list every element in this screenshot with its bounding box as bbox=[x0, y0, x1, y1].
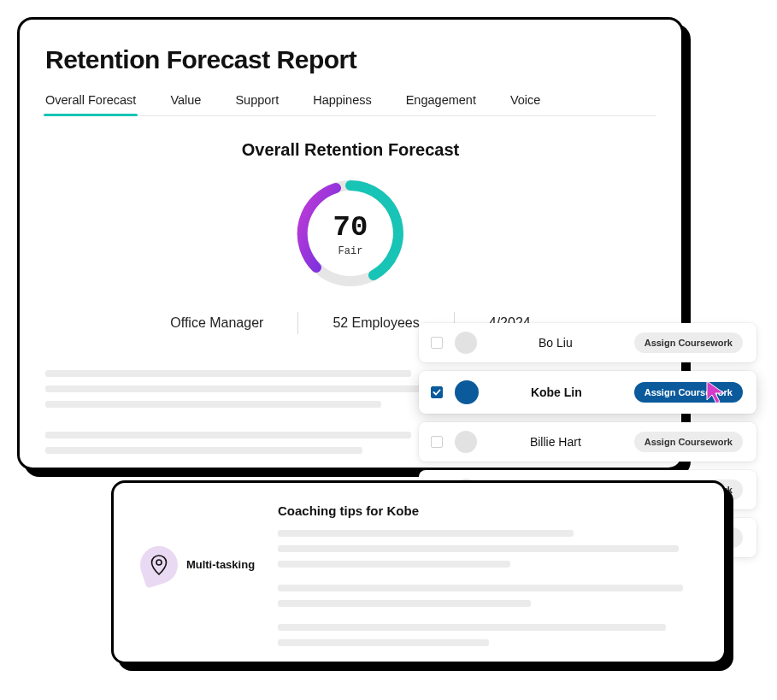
tab-overall-forecast[interactable]: Overall Forecast bbox=[45, 93, 136, 115]
employee-name: Bo Liu bbox=[489, 336, 622, 350]
employee-row[interactable]: Billie Hart Assign Coursework bbox=[419, 422, 756, 462]
coaching-content: Coaching tips for Kobe bbox=[278, 503, 700, 644]
assign-coursework-button[interactable]: Assign Coursework bbox=[634, 432, 743, 452]
tabs: Overall Forecast Value Support Happiness… bbox=[45, 93, 656, 116]
svg-point-1 bbox=[156, 560, 162, 565]
coaching-title: Coaching tips for Kobe bbox=[278, 503, 700, 518]
gauge-score: 70 bbox=[291, 211, 410, 244]
assign-coursework-button[interactable]: Assign Coursework bbox=[634, 332, 743, 353]
avatar bbox=[455, 332, 477, 354]
checkbox-icon[interactable] bbox=[431, 436, 443, 448]
employee-row[interactable]: Bo Liu Assign Coursework bbox=[419, 323, 756, 362]
meta-role: Office Manager bbox=[136, 315, 297, 331]
employee-name: Billie Hart bbox=[489, 435, 622, 449]
employee-row[interactable]: Kobe Lin Assign Coursework bbox=[419, 371, 756, 414]
tab-voice[interactable]: Voice bbox=[510, 93, 540, 115]
coaching-card: Multi-tasking Coaching tips for Kobe bbox=[111, 480, 727, 664]
assign-coursework-button[interactable]: Assign Coursework bbox=[634, 382, 743, 403]
employee-name: Kobe Lin bbox=[491, 385, 622, 399]
coaching-tag-section: Multi-tasking bbox=[138, 503, 257, 644]
gauge-rating: Fair bbox=[291, 245, 410, 257]
gauge-chart: 70 Fair bbox=[291, 174, 410, 293]
checkbox-icon[interactable] bbox=[431, 337, 443, 349]
avatar bbox=[455, 431, 477, 453]
gauge-heading: Overall Retention Forecast bbox=[45, 140, 656, 160]
tab-support[interactable]: Support bbox=[235, 93, 279, 115]
avatar bbox=[455, 380, 479, 404]
report-title: Retention Forecast Report bbox=[45, 45, 656, 74]
tab-happiness[interactable]: Happiness bbox=[313, 93, 372, 115]
tab-value[interactable]: Value bbox=[170, 93, 201, 115]
location-pin-icon bbox=[135, 541, 182, 588]
checkbox-icon[interactable] bbox=[431, 386, 443, 398]
tab-engagement[interactable]: Engagement bbox=[406, 93, 476, 115]
gauge-section: Overall Retention Forecast 70 Fair bbox=[45, 140, 656, 334]
coaching-tag-label: Multi-tasking bbox=[186, 558, 255, 572]
